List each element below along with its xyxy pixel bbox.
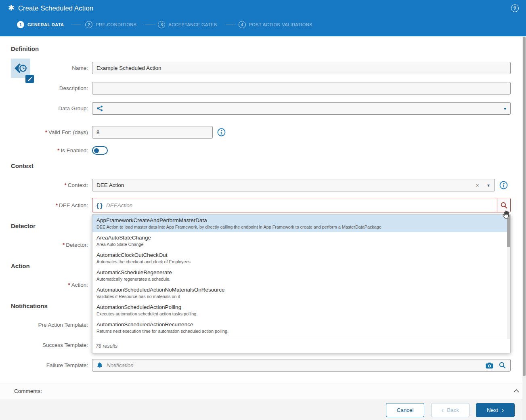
dropdown-scrollbar-thumb[interactable]	[507, 215, 510, 247]
bell-icon	[96, 362, 103, 369]
chevron-left-icon: ‹	[442, 407, 444, 414]
dropdown-item[interactable]: AreaAutoStateChange Area Auto State Chan…	[92, 232, 510, 250]
section-notifications: Notifications	[11, 302, 48, 309]
dropdown-list: AppFrameworkCreateAndPerformMasterData D…	[92, 215, 510, 339]
dropdown-item[interactable]: AppFrameworkCreateAndPerformMasterData D…	[92, 215, 510, 232]
data-group-select[interactable]: ▾	[92, 102, 511, 115]
wizard-steps: 1 GENERAL DATA 2 PRE-CONDITIONS 3 ACCEPT…	[17, 21, 312, 28]
step-connector	[225, 25, 235, 25]
is-enabled-row: *Is Enabled:	[0, 146, 108, 155]
dropdown-item[interactable]: AutomaticClockOutCheckOut Automates the …	[92, 250, 510, 267]
help-icon[interactable]: ?	[511, 4, 519, 12]
dropdown-item-title: AutomationScheduledActionPolling	[96, 304, 505, 311]
pre-action-template-label-row: Pre Action Template:	[0, 321, 92, 328]
page-scrollbar-thumb[interactable]	[523, 37, 526, 376]
detector-label-row: *Detector:	[0, 242, 92, 248]
dee-action-search-button[interactable]	[497, 198, 510, 212]
action-label-row: *Action:	[0, 281, 92, 288]
step-label: ACCEPTANCE GATES	[168, 22, 217, 27]
failure-template-row: Failure Template: Notification	[0, 359, 511, 372]
cancel-button[interactable]: Cancel	[386, 403, 424, 417]
dropdown-item[interactable]: AutomationScheduledActionPolling Execute…	[92, 302, 510, 319]
context-select[interactable]: DEE Action × ▾	[92, 179, 495, 191]
back-button[interactable]: ‹ Back	[431, 403, 469, 417]
dropdown-item[interactable]: AutomaticScheduleRegenerate Automaticall…	[92, 267, 510, 284]
action-label: *Action:	[0, 281, 88, 288]
step-circle: 3	[158, 21, 165, 28]
pre-action-template-label: Pre Action Template:	[0, 321, 88, 328]
description-label: Description:	[0, 85, 88, 92]
success-template-label: Success Template:	[0, 342, 88, 349]
clear-icon[interactable]: ×	[474, 182, 481, 189]
dropdown-item-description: DEE Action to load master data into App …	[96, 225, 505, 230]
camera-icon	[485, 362, 494, 369]
failure-template-placeholder: Notification	[107, 362, 134, 368]
dropdown-item-title: AppFrameworkCreateAndPerformMasterData	[96, 217, 505, 224]
section-action: Action	[11, 262, 30, 269]
context-row: *Context: DEE Action × ▾	[0, 179, 508, 191]
dropdown-item-title: AutomaticScheduleRegenerate	[96, 269, 505, 276]
comments-label: Comments:	[14, 388, 42, 394]
step-label: GENERAL DATA	[27, 22, 64, 27]
name-row: Name:	[0, 62, 511, 74]
comments-expander[interactable]: Comments:	[0, 384, 526, 398]
wizard-footer: Cancel ‹ Back Next ›	[0, 399, 526, 420]
step-circle: 2	[85, 21, 92, 28]
dropdown-item-description: Automates the checkout and clock of Empl…	[96, 259, 505, 265]
dee-action-lookup[interactable]: { } DEEAction	[92, 198, 511, 212]
info-icon[interactable]	[217, 128, 226, 136]
toggle-knob	[94, 148, 99, 153]
wizard-header: ✱ Create Scheduled Action ? 1 GENERAL DA…	[0, 0, 526, 36]
data-group-row: Data Group: ▾	[0, 102, 511, 115]
search-icon	[499, 361, 506, 369]
info-icon[interactable]	[499, 181, 508, 189]
failure-template-search-button[interactable]	[499, 361, 506, 369]
create-scheduled-action-wizard: ✱ Create Scheduled Action ? 1 GENERAL DA…	[0, 0, 526, 420]
page-scrollbar[interactable]	[522, 36, 526, 420]
section-detector: Detector	[11, 223, 36, 229]
wizard-step: 3 ACCEPTANCE GATES	[136, 21, 217, 28]
dee-action-placeholder: DEEAction	[106, 202, 132, 208]
dee-action-dropdown: AppFrameworkCreateAndPerformMasterData D…	[92, 214, 511, 353]
valid-for-row: *Valid For: (days)	[0, 126, 226, 139]
search-icon	[500, 202, 508, 209]
dropdown-item-title: AreaAutoStateChange	[96, 234, 505, 241]
valid-for-input[interactable]	[92, 126, 213, 139]
chevron-down-icon[interactable]: ▾	[487, 183, 490, 188]
data-group-label: Data Group:	[0, 105, 88, 112]
failure-template-lookup[interactable]: Notification	[92, 359, 511, 372]
step-circle: 1	[17, 21, 24, 28]
context-label: *Context:	[0, 182, 88, 189]
step-connector	[72, 25, 82, 25]
name-label: Name:	[0, 65, 88, 71]
valid-for-label: *Valid For: (days)	[0, 129, 88, 136]
next-button[interactable]: Next ›	[476, 403, 515, 417]
dropdown-item[interactable]: AutomationScheduledActionNoMaterialsOnRe…	[92, 284, 510, 302]
step-label: PRE-CONDITIONS	[96, 22, 136, 27]
braces-icon: { }	[96, 202, 103, 209]
is-enabled-toggle[interactable]	[92, 146, 108, 155]
dropdown-item-title: AutomationScheduledActionNoMaterialsOnRe…	[96, 286, 505, 293]
dee-action-label: *DEE Action:	[0, 202, 88, 209]
chevron-right-icon: ›	[502, 407, 504, 414]
dropdown-results-count: 78 results	[92, 339, 510, 353]
failure-template-label: Failure Template:	[0, 362, 88, 369]
description-input[interactable]	[92, 82, 511, 94]
wizard-step[interactable]: 1 GENERAL DATA	[17, 21, 64, 28]
detector-label: *Detector:	[0, 242, 88, 248]
chevron-down-icon[interactable]: ▾	[504, 106, 506, 111]
chevron-up-icon[interactable]	[513, 389, 520, 393]
description-row: Description:	[0, 82, 511, 94]
name-input[interactable]	[92, 62, 511, 74]
dropdown-item[interactable]: AutomationScheduledActionRecurrence Retu…	[92, 319, 510, 336]
section-context: Context	[11, 162, 34, 169]
wizard-step: 2 PRE-CONDITIONS	[64, 21, 136, 28]
camera-button[interactable]	[485, 362, 494, 369]
wizard-step: 4 POST ACTION VALIDATIONS	[217, 21, 312, 28]
dropdown-item-description: Area Auto State Change	[96, 242, 505, 247]
context-value: DEE Action	[96, 182, 124, 188]
dropdown-scrollbar[interactable]	[507, 215, 510, 339]
dropdown-item[interactable]: CalculateMaterialProcessingTime	[92, 336, 510, 339]
dropdown-item-title: CalculateMaterialProcessingTime	[96, 338, 505, 339]
dropdown-item-title: AutomationScheduledActionRecurrence	[96, 321, 505, 328]
